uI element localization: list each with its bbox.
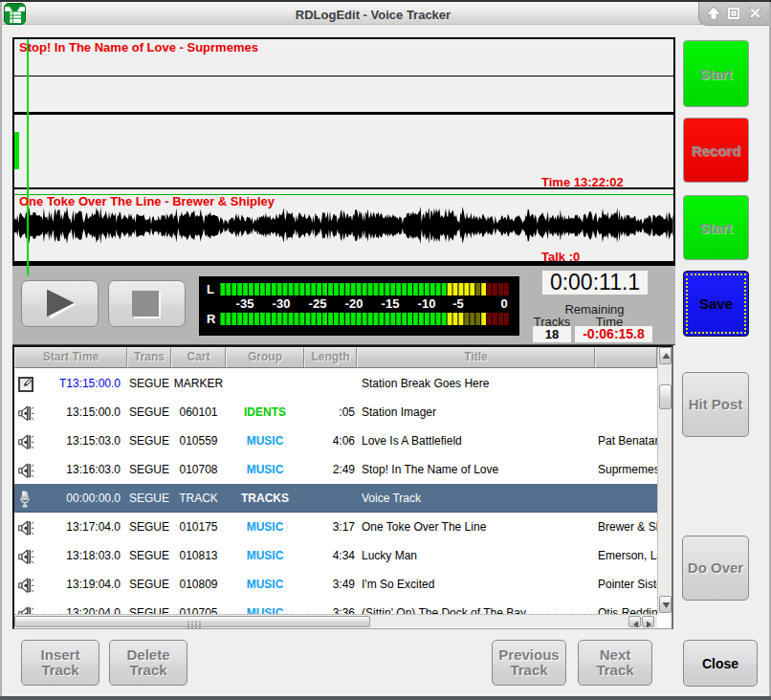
svg-text:-35: -35: [236, 296, 254, 311]
svg-text:-10: -10: [418, 296, 436, 311]
svg-text:R: R: [207, 312, 216, 326]
svg-text:-5: -5: [452, 296, 464, 311]
svg-text:-15: -15: [382, 296, 400, 311]
svg-text:L: L: [207, 282, 214, 296]
svg-text:0: 0: [500, 296, 507, 311]
svg-text:-30: -30: [273, 296, 291, 311]
svg-text:-20: -20: [345, 296, 363, 311]
svg-text:-25: -25: [309, 296, 327, 311]
